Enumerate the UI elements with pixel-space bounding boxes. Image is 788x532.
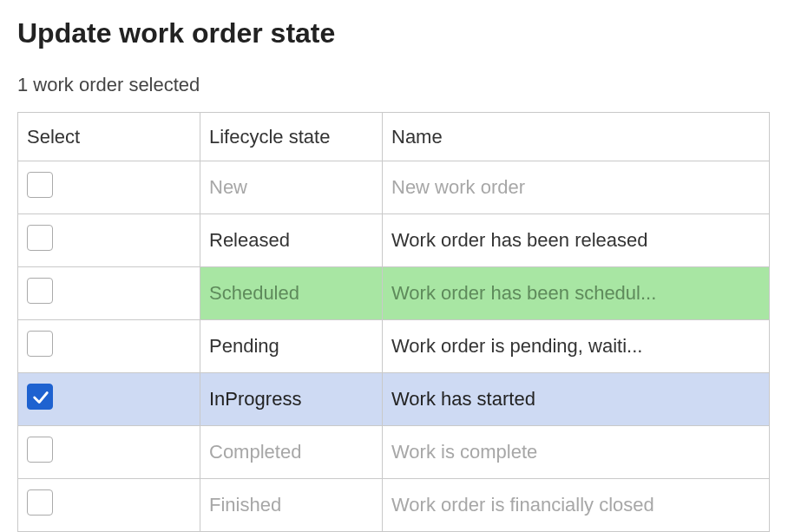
select-checkbox[interactable] [27, 384, 53, 410]
table-row[interactable]: FinishedWork order is financially closed [18, 479, 770, 532]
select-checkbox[interactable] [27, 278, 53, 304]
select-checkbox[interactable] [27, 437, 53, 463]
select-cell [18, 161, 200, 214]
select-cell [18, 214, 200, 267]
select-cell [18, 426, 200, 479]
state-name-cell: Work order has been schedul... [383, 267, 770, 320]
state-name-cell: New work order [383, 161, 770, 214]
select-cell [18, 267, 200, 320]
table-row[interactable]: PendingWork order is pending, waiti... [18, 320, 770, 373]
state-name-cell: Work order is financially closed [383, 479, 770, 532]
state-name-cell: Work has started [383, 373, 770, 426]
lifecycle-state-cell: New [200, 161, 383, 214]
col-header-select: Select [18, 113, 200, 161]
state-name-cell: Work order is pending, waiti... [383, 320, 770, 373]
lifecycle-state-cell: Pending [200, 320, 383, 373]
table-header-row: Select Lifecycle state Name [18, 113, 770, 161]
select-cell [18, 479, 200, 532]
select-checkbox[interactable] [27, 489, 53, 516]
check-icon [31, 388, 50, 407]
table-row[interactable]: NewNew work order [18, 161, 770, 214]
table-row[interactable]: ScheduledWork order has been schedul... [18, 267, 770, 320]
selection-count: 1 work order selected [17, 74, 771, 96]
page-title: Update work order state [17, 17, 771, 49]
lifecycle-state-cell: Released [200, 214, 383, 267]
state-name-cell: Work order has been released [383, 214, 770, 267]
table-row[interactable]: InProgressWork has started [18, 373, 770, 426]
select-checkbox[interactable] [27, 172, 53, 198]
lifecycle-state-cell: InProgress [200, 373, 383, 426]
table-row[interactable]: CompletedWork is complete [18, 426, 770, 479]
col-header-lifecycle: Lifecycle state [200, 113, 383, 161]
col-header-name: Name [383, 113, 770, 161]
select-cell [18, 320, 200, 373]
lifecycle-state-cell: Scheduled [200, 267, 383, 320]
table-row[interactable]: ReleasedWork order has been released [18, 214, 770, 267]
state-name-cell: Work is complete [383, 426, 770, 479]
lifecycle-state-cell: Completed [200, 426, 383, 479]
lifecycle-state-cell: Finished [200, 479, 383, 532]
select-checkbox[interactable] [27, 225, 53, 251]
select-checkbox[interactable] [27, 331, 53, 357]
lifecycle-state-table: Select Lifecycle state Name NewNew work … [17, 112, 770, 532]
select-cell [18, 373, 200, 426]
